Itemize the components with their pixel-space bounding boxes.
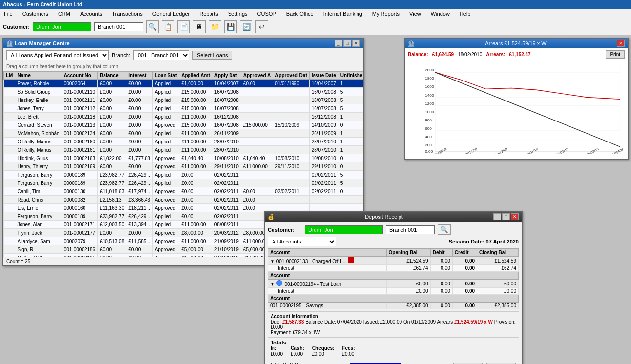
back-button[interactable]: ↩ [255, 20, 268, 33]
loan-count: Count = 25 [6, 259, 30, 264]
spacer [40, 259, 294, 264]
balance-cell: £1,022.00 [98, 154, 126, 162]
loan-table-row[interactable]: Ferguson, Barry 00000189 £23,982.77 £26,… [4, 179, 363, 187]
loan-table-row[interactable]: Ferguson, Barry 00000189 £23,982.77 £26,… [4, 171, 363, 179]
col-interest[interactable]: Interest [126, 72, 153, 80]
loan-table-row[interactable]: Heskey, Emile 001-00002111 £0.00 £0.00 A… [4, 96, 363, 104]
apply-date-cell: 21/09/2019 [212, 237, 241, 245]
loan-table-row[interactable]: Cahill, Tim 00000130 £11,018.63 £17,974.… [4, 187, 363, 196]
loan-table-row[interactable]: Power, Robbie 00002064 £0.00 £0.00 Appli… [4, 80, 363, 88]
applied-amt-cell: £0.00 [179, 179, 212, 187]
loan-table-row[interactable]: Lee, Brett 001-00002118 £0.00 £0.00 Appl… [4, 113, 363, 121]
loan-table-row[interactable]: Gerrard, Steven 001-00002113 £0.00 £0.00… [4, 121, 363, 129]
unfinished-cell: 1 [338, 138, 363, 146]
menu-view[interactable]: View [407, 10, 423, 18]
col-approved-date[interactable]: Approved Dat [273, 72, 310, 80]
approved-a-cell: £0.00 [241, 187, 273, 196]
account-cell: 001-00002161 [62, 146, 98, 154]
main-area: 🏦 Loan Manager Centre _ □ ✕ All Loans Ap… [0, 35, 631, 364]
fees-col: Fees: £0.00 [342, 345, 355, 357]
account-1-debit: 0.00 [430, 257, 452, 265]
menu-file[interactable]: File [2, 10, 15, 18]
close-button[interactable]: ✕ [352, 40, 360, 47]
col-apply-date[interactable]: Apply Dat [212, 72, 241, 80]
col-name[interactable]: Name [15, 72, 62, 80]
menu-internet-banking[interactable]: Internet Banking [321, 10, 364, 18]
issue-date-cell: 10/08/2010 [309, 154, 338, 162]
loan-table-row[interactable]: Hiddink, Guus 001-00002163 £1,022.00 £1,… [4, 154, 363, 162]
totals-row: In: £0.00 Cash: £0.00 Cheques: £0.00 Fee… [271, 345, 516, 357]
col-unfinished[interactable]: Unfinishe [338, 72, 363, 80]
menu-crm[interactable]: CRM [56, 10, 72, 18]
loan-table-row[interactable]: O Reilly, Manus 001-00002161 £0.00 £0.00… [4, 146, 363, 154]
deposit-close-button[interactable]: ✕ [511, 213, 519, 220]
apply-date-cell: 26/11/2009 [212, 129, 241, 138]
name-cell: Read, Chris [15, 196, 62, 204]
collapse-icon-2[interactable]: ▼ [270, 282, 275, 287]
name-cell: Power, Robbie [15, 80, 62, 88]
menu-transactions[interactable]: Transactions [110, 10, 145, 18]
menu-customers[interactable]: Customers [21, 10, 50, 18]
status-cell: Applied [152, 221, 179, 229]
approved-a-cell [241, 96, 273, 104]
col-credit: Credit [452, 249, 477, 257]
loan-filter-select[interactable]: All Loans Applied For and not Issued [6, 50, 109, 60]
arrears-info: Balance: £1,624.59 18/02/2010 Arrears: £… [405, 48, 628, 61]
menu-accounts[interactable]: Accounts [78, 10, 104, 18]
col-lm[interactable]: LM [4, 72, 15, 80]
col-balance[interactable]: Balance [98, 72, 126, 80]
interest-cell: £0.00 [126, 88, 153, 96]
folder-button[interactable]: 📁 [209, 20, 221, 33]
col-loan-stat[interactable]: Loan Stat [152, 72, 179, 80]
minimize-button[interactable]: _ [335, 40, 342, 47]
deposit-maximize-button[interactable]: □ [502, 213, 510, 220]
refresh-button[interactable]: 🔄 [240, 20, 252, 33]
save-button[interactable]: 💾 [224, 20, 237, 33]
col-account[interactable]: Account No [62, 72, 98, 80]
screen-button[interactable]: 🖥 [193, 20, 206, 33]
interest-2-opening: £0.00 [386, 288, 430, 295]
account-cell: 00000189 [62, 171, 98, 179]
cash-col: Cash: £0.00 [291, 345, 304, 357]
name-cell: So Solid Group [15, 88, 62, 96]
menu-back-office[interactable]: Back Office [284, 10, 316, 18]
accounts-select[interactable]: All Accounts [268, 237, 336, 246]
status-cell: Approved [152, 121, 179, 129]
account-cell: 001-00002160 [62, 138, 98, 146]
doc-button[interactable]: 📄 [177, 20, 190, 33]
loan-table-row[interactable]: O Reilly, Manus 001-00002160 £0.00 £0.00… [4, 138, 363, 146]
search-icon-button[interactable]: 🔍 [438, 224, 451, 235]
search-button[interactable]: 🔍 [146, 20, 159, 33]
name-cell: Els, Ernie [15, 204, 62, 212]
col-approved-a[interactable]: Approved A [241, 72, 273, 80]
select-loans-button[interactable]: Select Loans [192, 51, 232, 60]
approved-a-cell [241, 113, 273, 121]
maximize-button[interactable]: □ [343, 40, 351, 47]
applied-amt-cell: £5,000.00 [179, 245, 212, 254]
apply-date-cell: 21/10/2019 [212, 245, 241, 254]
loan-table-row[interactable]: Read, Chris 00000082 £2,158.13 £3,366.43… [4, 196, 363, 204]
arrears-close-button[interactable]: ✕ [617, 40, 625, 47]
issue-date-cell: 16/04/2007 [309, 80, 338, 88]
applied-amt-cell: £11,000.00 [179, 146, 212, 154]
menu-help[interactable]: Help [458, 10, 473, 18]
menu-cusop[interactable]: CUSOP [255, 10, 278, 18]
loan-table-row[interactable]: McMahon, Siobhán 001-00002134 £0.00 £0.0… [4, 129, 363, 138]
menu-general-ledger[interactable]: General Ledger [150, 10, 191, 18]
menu-my-reports[interactable]: My Reports [370, 10, 401, 18]
deposit-minimize-button[interactable]: _ [493, 213, 501, 220]
col-issue-date[interactable]: Issue Date [309, 72, 338, 80]
menu-window[interactable]: Window [429, 10, 452, 18]
loan-table-row[interactable]: Henry, Thierry 001-00002169 £0.00 £0.00 … [4, 162, 363, 171]
copy-button[interactable]: 📋 [162, 20, 174, 33]
loan-table-row[interactable]: So Solid Group 001-00002110 £0.00 £0.00 … [4, 88, 363, 96]
menu-settings[interactable]: Settings [226, 10, 250, 18]
print-button[interactable]: Print [606, 50, 625, 59]
applied-amt-cell: £15,000.00 [179, 104, 212, 113]
account-2-credit: 0.00 [452, 280, 477, 288]
branch-select[interactable]: 001 - Branch 001 [133, 50, 189, 60]
col-applied-amt[interactable]: Applied Amt [179, 72, 212, 80]
loan-table-row[interactable]: Jones, Terry 001-00002112 £0.00 £0.00 Ap… [4, 104, 363, 113]
menu-reports[interactable]: Reports [197, 10, 220, 18]
collapse-icon[interactable]: ▼ [270, 259, 275, 264]
